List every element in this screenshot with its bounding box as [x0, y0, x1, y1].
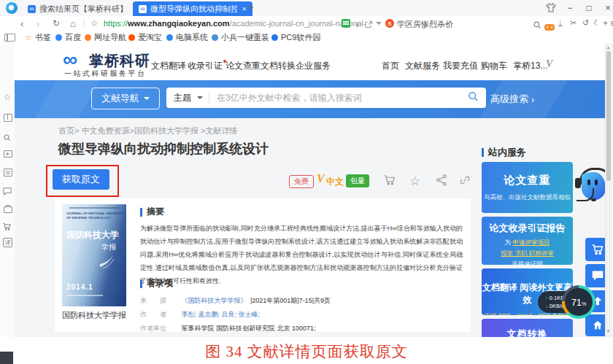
usernav-home[interactable]: 首页 — [382, 60, 399, 72]
memory-usage-gauge[interactable]: 71% — [562, 285, 595, 319]
bookmark-pc-system[interactable]: 电脑系统 — [166, 31, 208, 44]
back-button[interactable]: ‹ — [20, 18, 23, 29]
bookmark-pc9[interactable]: PC9软件园 — [271, 31, 320, 44]
translate-icon[interactable]: 译 — [3, 238, 12, 247]
literature-nav-button[interactable]: 文献导航 — [91, 88, 160, 109]
biblio-value: |2021年第001期|7-15|共9页 — [250, 297, 331, 304]
service-card-text: 为 — [505, 239, 513, 246]
service-card-citation-report[interactable]: 论文收录引证报告 为 申请评审项目 报奖 求职 职称评审 等提供证明 — [482, 217, 573, 265]
nav-doc-convert[interactable]: 文档转换 — [261, 60, 296, 72]
favorite-star-icon[interactable]: ☆ — [90, 18, 99, 28]
theme-shirt-icon[interactable] — [546, 2, 556, 15]
usernav-literature-service[interactable]: 文献服务 — [405, 60, 440, 72]
section-bar-icon — [140, 208, 142, 217]
chat-icon[interactable] — [3, 185, 12, 198]
search-box[interactable]: 主题 — [166, 88, 486, 108]
home-icon — [592, 320, 604, 331]
search-submit-icon[interactable] — [467, 90, 479, 105]
nav-doc-translate[interactable]: 文档翻译 — [151, 60, 186, 72]
scrollbar-up-arrow[interactable]: ▴ — [605, 44, 612, 50]
search-icon[interactable] — [3, 131, 11, 144]
window-close-button[interactable]: × — [601, 3, 613, 13]
service-card-text: 等提供证明 — [482, 260, 573, 265]
get-original-button[interactable]: 获取原文 — [53, 169, 109, 190]
collect-star-icon[interactable]: ☆ — [409, 174, 420, 189]
service-card-title: 论文查重 — [482, 174, 573, 187]
site-logo-name[interactable]: 掌桥科研 — [89, 51, 150, 71]
scrollbar-thumb[interactable] — [606, 51, 611, 181]
service-card-link[interactable]: 申请评审项目 — [512, 239, 550, 246]
caret-down-icon — [144, 97, 150, 100]
abstract-text: 为解决微型导弹所面临的扰动影响,同时充分继承工程经典线性频域设计方法,提出基于H… — [140, 222, 463, 287]
literature-nav-label: 文献导航 — [101, 92, 139, 105]
cart-icon[interactable] — [2, 221, 12, 234]
aitaobao-icon — [128, 34, 135, 41]
pc9-icon — [271, 34, 278, 41]
reading-mode-icon[interactable] — [342, 19, 350, 28]
add-extension-icon[interactable]: + — [603, 18, 608, 28]
biblio-heading-label: 著录项 — [147, 277, 173, 290]
window-maximize-button[interactable]: □ — [582, 3, 595, 13]
home-button[interactable]: ⌂ — [70, 18, 76, 29]
service-card-links[interactable]: 报奖 求职 职称评审 — [482, 249, 573, 258]
menu-icon[interactable]: ≡ — [610, 18, 613, 28]
percent-value: 71 — [571, 297, 582, 308]
nav-citation[interactable]: 收录引证 — [188, 60, 226, 72]
arrow-right-icon: › — [531, 94, 534, 105]
bookmark-reinstall[interactable]: 小兵一键重装 — [212, 31, 269, 44]
weibo-icon[interactable] — [4, 169, 12, 177]
hot-news-text[interactable]: 学区房惨烈杀价 — [397, 19, 453, 30]
side-panel-icon[interactable] — [4, 34, 15, 42]
night-mode-icon[interactable]: ☾ — [593, 18, 601, 28]
biblio-section-heading: 著录项 — [140, 277, 173, 290]
favorites-star-icon[interactable]: ☆ — [0, 92, 15, 102]
video-player-icon[interactable] — [4, 150, 12, 158]
advanced-search-link[interactable]: 高级搜索 › — [490, 93, 534, 106]
search-input[interactable] — [215, 92, 461, 104]
forward-button[interactable]: › — [36, 18, 39, 29]
usernav-recharge[interactable]: 我要充值 — [443, 60, 478, 72]
bookmark-aitaobao[interactable]: 爱淘宝 — [128, 31, 162, 44]
bookmarks-bar: ☆ 书签 百度 网址导航 爱淘宝 电脑系统 小兵一键重装 PC9软件园 — [0, 31, 613, 44]
tab-search-results[interactable]: ∞ 搜索结果页【掌桥科研】 — [22, 1, 142, 16]
url-host: www.zhangqiaokeyan.com — [128, 19, 230, 28]
download-icon[interactable]: ↓ — [558, 18, 563, 26]
upload-value: 0.1 — [550, 295, 557, 301]
reading-book-icon[interactable] — [4, 114, 12, 122]
biblio-source-link[interactable]: 《国防科技大学学报》 — [181, 297, 247, 304]
toolbar-divider — [84, 19, 85, 28]
bookmark-nav-site[interactable]: 网址导航 — [85, 31, 126, 44]
nav-plagiarism-check[interactable]: 论文查重 — [225, 60, 261, 72]
address-dropdown-caret-icon[interactable] — [376, 22, 382, 25]
new-tab-button[interactable]: + — [248, 2, 254, 13]
bookmark-folder[interactable]: ☆ 书签 — [25, 31, 51, 44]
refresh-button[interactable]: ↻ — [53, 18, 60, 28]
add-to-cart-icon[interactable] — [383, 174, 396, 190]
tab-close-icon[interactable]: × — [242, 4, 247, 13]
qq-browser-logo-icon[interactable] — [6, 2, 18, 14]
tab-article-active[interactable]: ∞ 微型导弹纵向扰动抑制控制系统设计 × — [133, 1, 252, 16]
cover-issue: 2014.1 — [66, 283, 93, 291]
headset-ear-icon — [575, 178, 581, 188]
usernav-username[interactable]: 掌桥13... — [513, 60, 547, 72]
breadcrumb[interactable]: 首页> 中文免费资源>国防科技大学学报 >文献详情 — [58, 125, 237, 136]
zhangqiao-logo-icon[interactable]: ∞ — [63, 50, 77, 70]
scrollbar-down-arrow[interactable]: ▾ — [605, 328, 612, 334]
service-card-subtitle: 与高校、出版社文献数据库相似 — [482, 193, 573, 202]
article-detail-card: JOURNAL OF NATIONAL UNIVERSITY OF DEFENS… — [55, 198, 471, 332]
address-bar[interactable]: https://www.zhangqiaokeyan.com/academic-… — [104, 19, 366, 28]
nav-enterprise[interactable]: 企业服务 — [296, 60, 331, 72]
briefcase-icon[interactable] — [4, 206, 12, 213]
biblio-authors-links[interactable]: 李彤; 孟志鹏; 吕良; 张士峰; — [181, 311, 260, 318]
search-scope-select[interactable]: 主题 — [174, 92, 191, 104]
window-minimize-button[interactable]: − — [563, 3, 577, 13]
cover-journal-en-line2: OF DEFENSE TECHNOLOGY — [66, 216, 111, 220]
usernav-cart[interactable]: 购物车 — [481, 60, 507, 72]
bookmark-baidu[interactable]: 百度 — [55, 31, 81, 44]
screenshot-scissors-icon[interactable]: ✂ — [570, 18, 577, 28]
link-icon[interactable] — [458, 174, 471, 190]
history-undo-icon[interactable]: ↺ — [582, 18, 589, 28]
biblio-value: 军事科学院 国防科技创新研究院 北京 100071; — [181, 325, 315, 332]
service-card-plagiarism[interactable]: 论文查重 与高校、出版社文献数据库相似 — [482, 162, 573, 213]
share-icon[interactable] — [435, 174, 448, 190]
